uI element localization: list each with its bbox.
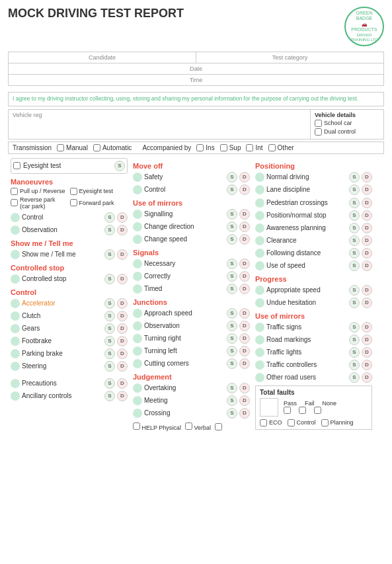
correctly-s[interactable]: S	[227, 271, 237, 282]
school-car-option[interactable]: School car	[315, 120, 379, 127]
approach-speed-d[interactable]: D	[239, 308, 250, 319]
pedestrian-crossings-s[interactable]: S	[349, 198, 360, 208]
reverse-park-option[interactable]: Reverse park(car park)	[11, 196, 69, 210]
move-off-control-d[interactable]: D	[239, 184, 250, 195]
safety-d[interactable]: D	[239, 172, 250, 182]
necessary-s[interactable]: S	[227, 259, 237, 269]
footbrake-d[interactable]: D	[117, 336, 128, 346]
traffic-lights-d[interactable]: D	[362, 347, 372, 358]
controlled-stop-d[interactable]: D	[117, 274, 128, 284]
following-distance-d[interactable]: D	[362, 248, 372, 259]
timed-s[interactable]: S	[227, 284, 237, 294]
control-option[interactable]: Control	[288, 419, 316, 426]
precautions-d[interactable]: D	[117, 378, 128, 389]
appropriate-speed-d[interactable]: D	[362, 285, 372, 296]
help-physical-checkbox[interactable]	[133, 423, 140, 430]
use-of-speed-d[interactable]: D	[362, 261, 372, 271]
eyesight-test-checkbox[interactable]	[70, 188, 77, 195]
use-of-speed-s[interactable]: S	[349, 261, 360, 271]
clutch-d[interactable]: D	[117, 311, 128, 321]
traffic-signs-s[interactable]: S	[349, 322, 360, 333]
other-option[interactable]: Other	[268, 144, 294, 151]
other-road-users-s[interactable]: S	[349, 372, 360, 383]
eco-option[interactable]: ECO	[260, 419, 282, 426]
eco-checkbox[interactable]	[260, 419, 267, 426]
awareness-planning-d[interactable]: D	[362, 223, 372, 233]
overtaking-s[interactable]: S	[227, 383, 237, 393]
planning-option[interactable]: Planning	[321, 419, 354, 426]
sup-option[interactable]: Sup	[220, 144, 241, 151]
verbal-checkbox[interactable]	[185, 423, 192, 430]
clearance-d[interactable]: D	[362, 235, 372, 246]
signalling-s[interactable]: S	[227, 209, 237, 220]
ancillary-s[interactable]: S	[104, 391, 115, 401]
reverse-park-checkbox[interactable]	[11, 199, 18, 206]
change-speed-d[interactable]: D	[239, 234, 250, 245]
change-speed-s[interactable]: S	[227, 234, 237, 245]
crossing-d[interactable]: D	[239, 408, 250, 419]
automatic-option[interactable]: Automatic	[93, 144, 132, 151]
verbal-extra-checkbox[interactable]	[215, 423, 222, 430]
steering-d[interactable]: D	[117, 361, 128, 372]
forward-park-option[interactable]: Forward park	[70, 196, 128, 210]
control-checkbox[interactable]	[288, 419, 295, 426]
int-checkbox[interactable]	[246, 144, 253, 151]
junctions-observation-d[interactable]: D	[239, 321, 250, 331]
accelerator-d[interactable]: D	[117, 298, 128, 309]
change-direction-s[interactable]: S	[227, 222, 237, 232]
meeting-d[interactable]: D	[239, 395, 250, 406]
pull-up-reverse-option[interactable]: Pull up / Reverse	[11, 188, 69, 195]
controlled-stop-s[interactable]: S	[104, 274, 115, 284]
manoeuvres-observation-s[interactable]: S	[104, 225, 115, 235]
eyesight-s-btn[interactable]: S	[114, 161, 125, 171]
road-markings-d[interactable]: D	[362, 335, 372, 345]
parking-brake-d[interactable]: D	[117, 348, 128, 359]
appropriate-speed-s[interactable]: S	[349, 285, 360, 296]
move-off-control-s[interactable]: S	[227, 184, 237, 195]
change-direction-d[interactable]: D	[239, 222, 250, 232]
parking-brake-s[interactable]: S	[104, 348, 115, 359]
manoeuvres-observation-d[interactable]: D	[117, 225, 128, 235]
show-me-s[interactable]: S	[104, 249, 115, 260]
turning-right-d[interactable]: D	[239, 333, 250, 344]
dual-control-option[interactable]: Dual control	[315, 128, 379, 136]
planning-checkbox[interactable]	[321, 419, 329, 426]
clutch-s[interactable]: S	[104, 311, 115, 321]
correctly-d[interactable]: D	[239, 271, 250, 282]
necessary-d[interactable]: D	[239, 259, 250, 269]
lane-discipline-s[interactable]: S	[349, 184, 360, 195]
verbal-option[interactable]: Verbal	[185, 423, 211, 431]
position-normal-stop-d[interactable]: D	[362, 210, 372, 221]
int-option[interactable]: Int	[246, 144, 262, 151]
steering-s[interactable]: S	[104, 361, 115, 372]
manual-checkbox[interactable]	[57, 144, 64, 151]
undue-hesitation-s[interactable]: S	[349, 298, 360, 308]
ins-option[interactable]: Ins	[196, 144, 214, 151]
traffic-lights-s[interactable]: S	[349, 347, 360, 358]
footbrake-s[interactable]: S	[104, 336, 115, 346]
following-distance-s[interactable]: S	[349, 248, 360, 259]
meeting-s[interactable]: S	[227, 395, 237, 406]
school-car-checkbox[interactable]	[315, 120, 322, 127]
traffic-controllers-d[interactable]: D	[362, 360, 372, 370]
eyesight-checkbox[interactable]	[13, 162, 20, 169]
precautions-s[interactable]: S	[104, 378, 115, 389]
signalling-d[interactable]: D	[239, 209, 250, 220]
pedestrian-crossings-d[interactable]: D	[362, 198, 372, 208]
overtaking-d[interactable]: D	[239, 383, 250, 393]
undue-hesitation-d[interactable]: D	[362, 298, 372, 308]
position-normal-stop-s[interactable]: S	[349, 210, 360, 221]
automatic-checkbox[interactable]	[93, 144, 100, 151]
junctions-observation-s[interactable]: S	[227, 321, 237, 331]
help-physical-option[interactable]: HELP Physical	[133, 423, 181, 431]
normal-driving-d[interactable]: D	[362, 172, 372, 182]
eyesight-test-option[interactable]: Eyesight test	[70, 188, 128, 195]
turning-right-s[interactable]: S	[227, 333, 237, 344]
manoeuvres-control-d[interactable]: D	[117, 212, 128, 223]
ins-checkbox[interactable]	[196, 144, 204, 151]
crossing-s[interactable]: S	[227, 408, 237, 419]
none-checkbox[interactable]	[314, 407, 321, 414]
other-road-users-d[interactable]: D	[362, 372, 372, 383]
pass-checkbox[interactable]	[284, 407, 291, 414]
lane-discipline-d[interactable]: D	[362, 184, 372, 195]
